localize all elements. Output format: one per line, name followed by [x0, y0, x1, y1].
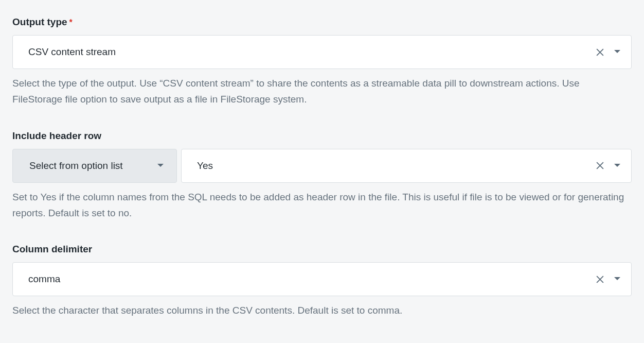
include-header-row-label-text: Include header row [12, 130, 101, 142]
column-delimiter-controls [596, 275, 621, 284]
include-header-row-label: Include header row [12, 130, 632, 142]
output-type-controls [596, 48, 621, 57]
chevron-down-icon[interactable] [157, 163, 164, 168]
output-type-value: CSV content stream [28, 46, 116, 58]
include-header-row-select[interactable]: Yes [181, 149, 632, 183]
column-delimiter-help: Select the character that separates colu… [12, 302, 632, 318]
clear-icon[interactable] [596, 48, 604, 57]
field-column-delimiter: Column delimiter comma [12, 244, 632, 318]
column-delimiter-label-text: Column delimiter [12, 244, 92, 255]
chevron-down-icon[interactable] [614, 49, 621, 55]
include-header-row-input-row: Select from option list Yes [12, 149, 632, 183]
output-type-help: Select the type of the output. Use “CSV … [12, 75, 632, 108]
column-delimiter-value: comma [28, 273, 60, 285]
field-output-type: Output type * CSV content stream [12, 16, 632, 108]
include-header-row-mode-select[interactable]: Select from option list [12, 149, 177, 183]
include-header-row-help: Set to Yes if the column names from the … [12, 189, 632, 221]
column-delimiter-label: Column delimiter [12, 244, 632, 255]
column-delimiter-select[interactable]: comma [12, 262, 632, 296]
output-type-label-text: Output type [12, 16, 67, 28]
chevron-down-icon[interactable] [614, 277, 621, 282]
column-delimiter-input-row: comma [12, 262, 632, 296]
output-type-select[interactable]: CSV content stream [12, 35, 632, 69]
chevron-down-icon[interactable] [614, 163, 621, 168]
form-root: Output type * CSV content stream [0, 0, 644, 331]
output-type-input-row: CSV content stream [12, 35, 632, 69]
output-type-label: Output type * [12, 16, 632, 28]
clear-icon[interactable] [596, 275, 604, 284]
clear-icon[interactable] [596, 161, 604, 170]
include-header-row-controls [596, 161, 621, 170]
field-include-header-row: Include header row Select from option li… [12, 130, 632, 221]
include-header-row-value: Yes [197, 160, 213, 172]
include-header-row-mode-value: Select from option list [29, 160, 123, 172]
required-asterisk: * [69, 18, 73, 27]
